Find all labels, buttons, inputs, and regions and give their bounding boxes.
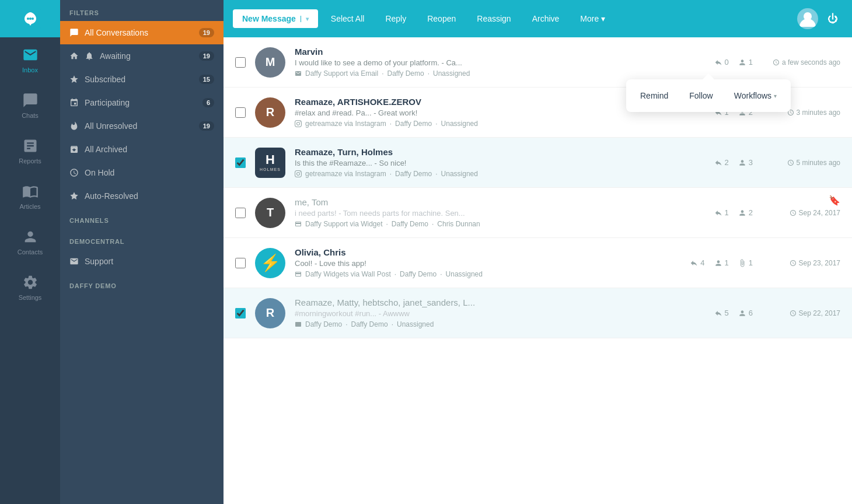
conversation-meta: getreamaze via Instagram · Daffy Demo · … bbox=[295, 120, 714, 128]
conversation-checkbox[interactable] bbox=[235, 258, 246, 268]
workflows-button[interactable]: Workflows bbox=[725, 86, 786, 105]
conversation-stats: 4 1 1 bbox=[690, 258, 753, 267]
sidebar-item-participating[interactable]: Participating 6 bbox=[60, 91, 224, 114]
conversation-checkbox[interactable] bbox=[235, 158, 246, 168]
conversation-name: Olivia, Chris bbox=[295, 247, 690, 257]
more-button[interactable]: More ▾ bbox=[572, 9, 613, 28]
participant-stat: 2 bbox=[738, 208, 753, 217]
conversation-channel: Daffy Support via Widget bbox=[305, 220, 383, 228]
conversation-meta: Daffy Widgets via Wall Post · Daffy Demo… bbox=[295, 270, 690, 278]
sidebar-item-all-unresolved-badge: 19 bbox=[199, 121, 214, 131]
nav-item-inbox[interactable]: Inbox bbox=[0, 37, 60, 83]
nav-logo[interactable] bbox=[0, 0, 60, 37]
remind-button[interactable]: Remind bbox=[631, 86, 678, 105]
sidebar-item-subscribed-badge: 15 bbox=[199, 75, 214, 84]
conversation-channel: Daffy Widgets via Wall Post bbox=[305, 270, 391, 278]
select-all-button[interactable]: Select All bbox=[323, 9, 373, 28]
nav-item-reports[interactable]: Reports bbox=[0, 128, 60, 174]
conversation-item[interactable]: H HOLMES Reamaze, Turn, Holmes Is this t… bbox=[224, 138, 852, 188]
sidebar-item-awaiting-badge: 19 bbox=[199, 51, 214, 61]
sidebar-item-support[interactable]: Support bbox=[60, 250, 224, 273]
conversation-assigned: Unassigned bbox=[441, 120, 478, 128]
more-label: More bbox=[580, 14, 599, 23]
conversation-checkbox[interactable] bbox=[235, 107, 246, 118]
conversation-preview: Is this the #Reamaze... - So nice! bbox=[295, 159, 633, 167]
reply-button[interactable]: Reply bbox=[377, 9, 414, 28]
conversation-time: Sep 22, 2017 bbox=[764, 309, 840, 317]
sidebar-item-auto-resolved[interactable]: Auto-Resolved bbox=[60, 184, 224, 208]
nav-item-chats[interactable]: Chats bbox=[0, 83, 60, 128]
conversation-item[interactable]: T me, Tom i need parts! - Tom needs part… bbox=[224, 188, 852, 238]
conversation-checkbox[interactable] bbox=[235, 208, 246, 218]
sidebar-item-auto-resolved-label: Auto-Resolved bbox=[85, 191, 138, 201]
new-message-dropdown-arrow[interactable]: ▾ bbox=[301, 16, 309, 22]
conversation-channel: Daffy Demo bbox=[305, 320, 342, 328]
user-avatar[interactable] bbox=[797, 8, 818, 29]
conversation-channel: getreamaze via Instagram bbox=[305, 170, 386, 178]
conversation-item[interactable]: R Reamaze, Matty, hebtscho, janet_sander… bbox=[224, 288, 852, 338]
attachment-stat: 1 bbox=[738, 258, 753, 267]
sidebar-item-all-archived-label: All Archived bbox=[85, 145, 127, 154]
conversation-channel: Daffy Support via Email bbox=[305, 69, 378, 78]
reopen-button[interactable]: Reopen bbox=[419, 9, 464, 28]
nav-item-articles[interactable]: Articles bbox=[0, 174, 60, 219]
reassign-button[interactable]: Reassign bbox=[469, 9, 519, 28]
democentral-label: DEMOCENTRAL bbox=[60, 229, 224, 250]
sidebar-item-all-unresolved-label: All Unresolved bbox=[85, 121, 137, 131]
conversation-preview: #morningworkout #run... - Awwww bbox=[295, 309, 633, 318]
sidebar-item-subscribed[interactable]: Subscribed 15 bbox=[60, 68, 224, 91]
reply-stat: 4 bbox=[690, 258, 704, 267]
conversation-mailbox: Daffy Demo bbox=[395, 170, 432, 178]
sidebar-item-all-unresolved[interactable]: All Unresolved 19 bbox=[60, 114, 224, 138]
conversation-time: Sep 24, 2017 bbox=[764, 209, 840, 217]
conversation-assigned: Unassigned bbox=[397, 320, 434, 328]
conversation-stats: 1 2 bbox=[714, 208, 753, 217]
channels-label: CHANNELS bbox=[60, 208, 224, 229]
conversation-name: me, Tom bbox=[295, 197, 714, 207]
conversation-preview: Cool! - Love this app! bbox=[295, 259, 633, 268]
power-button[interactable]: ⏻ bbox=[823, 10, 843, 27]
conversation-time: a few seconds ago bbox=[764, 58, 840, 66]
sidebar-item-awaiting-label: Awaiting bbox=[100, 51, 131, 61]
nav-item-inbox-label: Inbox bbox=[22, 66, 38, 74]
conversation-mailbox: Daffy Demo bbox=[387, 69, 424, 78]
filters-label: FILTERS bbox=[60, 0, 224, 21]
conversation-assigned: Unassigned bbox=[441, 170, 478, 178]
conversation-checkbox[interactable] bbox=[235, 308, 246, 318]
more-dropdown-popup: Remind Follow Workflows bbox=[626, 79, 791, 112]
conversation-name: Reamaze, Turn, Holmes bbox=[295, 147, 714, 157]
conversation-mailbox: Daffy Demo bbox=[400, 270, 437, 278]
follow-button[interactable]: Follow bbox=[680, 86, 722, 105]
sidebar-item-subscribed-label: Subscribed bbox=[85, 75, 125, 84]
nav-item-contacts-label: Contacts bbox=[18, 249, 43, 256]
conversation-time: 5 minutes ago bbox=[764, 159, 840, 167]
nav-item-settings[interactable]: Settings bbox=[0, 265, 60, 310]
conversation-preview: I would like to see a demo of your platf… bbox=[295, 58, 633, 67]
conversation-assigned: Unassigned bbox=[446, 270, 483, 278]
bookmark-icon: 🔖 bbox=[829, 195, 840, 206]
reply-stat: 1 bbox=[714, 208, 729, 217]
sidebar-item-on-hold[interactable]: On Hold bbox=[60, 161, 224, 184]
daffydemo-label: DAFFY DEMO bbox=[60, 273, 224, 294]
conversation-content: Olivia, Chris Cool! - Love this app! Daf… bbox=[295, 247, 690, 278]
nav-item-contacts[interactable]: Contacts bbox=[0, 219, 60, 265]
reply-stat: 5 bbox=[714, 309, 729, 317]
sidebar-item-all-conversations[interactable]: All Conversations 19 bbox=[60, 21, 224, 44]
conversation-item[interactable]: ⚡ Olivia, Chris Cool! - Love this app! D… bbox=[224, 238, 852, 288]
conversation-checkbox[interactable] bbox=[235, 57, 246, 68]
conversation-mailbox: Daffy Demo bbox=[392, 220, 428, 228]
sidebar-item-awaiting[interactable]: Awaiting 19 bbox=[60, 44, 224, 68]
conversation-content: Reamaze, Matty, hebtscho, janet_sanders,… bbox=[295, 298, 714, 328]
conversation-meta: Daffy Support via Email · Daffy Demo · U… bbox=[295, 69, 714, 78]
main-area: New Message ▾ Select All Reply Reopen Re… bbox=[224, 0, 852, 504]
new-message-button[interactable]: New Message ▾ bbox=[233, 9, 318, 28]
conversation-mailbox: Daffy Demo bbox=[351, 320, 387, 328]
conversation-mailbox: Daffy Demo bbox=[395, 120, 432, 128]
sidebar-item-all-conversations-label: All Conversations bbox=[85, 28, 148, 37]
sidebar-item-support-label: Support bbox=[85, 257, 113, 266]
sidebar-item-all-archived[interactable]: All Archived bbox=[60, 138, 224, 161]
archive-button[interactable]: Archive bbox=[524, 9, 568, 28]
participant-stat: 1 bbox=[714, 258, 729, 267]
left-nav: Inbox Chats Reports Articles Contacts Se… bbox=[0, 0, 60, 504]
participant-stat: 6 bbox=[738, 309, 753, 317]
